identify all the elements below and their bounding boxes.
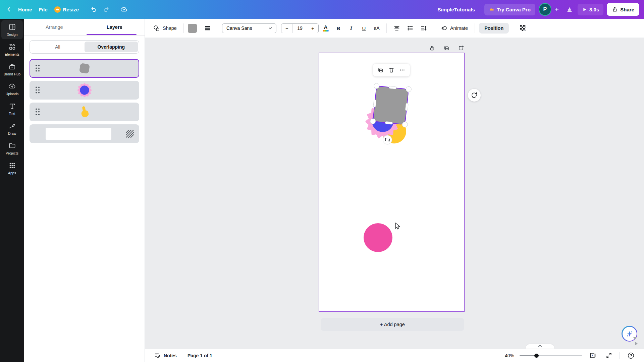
- drag-handle-icon[interactable]: [36, 65, 40, 72]
- text-case-button[interactable]: aA: [371, 23, 382, 33]
- try-canva-pro-button[interactable]: Try Canva Pro: [484, 4, 535, 15]
- font-size-decrease[interactable]: −: [281, 24, 292, 33]
- zoom-slider[interactable]: [520, 353, 582, 358]
- comment-plus-icon: [471, 92, 478, 99]
- add-page-icon: [458, 45, 464, 51]
- italic-button[interactable]: I: [345, 23, 357, 33]
- gray-square-shape: [373, 86, 409, 124]
- notes-icon: [154, 352, 161, 359]
- font-name: Canva Sans: [226, 25, 252, 31]
- filter-overlapping[interactable]: Overlapping: [85, 42, 138, 52]
- delete-element-button[interactable]: [387, 66, 396, 74]
- page-background-thumbnail: [46, 128, 111, 140]
- question-icon: [627, 352, 635, 359]
- layer-item-background[interactable]: [30, 124, 139, 143]
- avatar[interactable]: P: [539, 3, 551, 16]
- list-button[interactable]: [404, 23, 416, 34]
- tab-layers[interactable]: Layers: [85, 19, 145, 35]
- side-rail: Design Elements co. Brand Hub Uploads Te…: [0, 19, 24, 362]
- animate-button[interactable]: Animate: [438, 23, 471, 34]
- duplicate-element-button[interactable]: [376, 66, 385, 74]
- add-page-button[interactable]: + Add page: [321, 318, 464, 331]
- canvas-workspace[interactable]: + Add page: [145, 38, 644, 349]
- fullscreen-button[interactable]: [604, 351, 614, 360]
- share-label: Share: [620, 7, 634, 12]
- layer-item-gray-square[interactable]: [30, 59, 139, 78]
- rail-label: Design: [7, 33, 18, 37]
- share-button[interactable]: Share: [607, 3, 639, 16]
- file-menu-button[interactable]: File: [36, 4, 51, 15]
- rail-label: Elements: [5, 52, 19, 56]
- shape-button[interactable]: Shape: [150, 23, 179, 34]
- rail-item-text[interactable]: Text: [1, 99, 23, 118]
- transparency-button[interactable]: [517, 23, 529, 34]
- apps-icon: [8, 162, 16, 169]
- spacing-button[interactable]: [418, 23, 430, 34]
- border-style-button[interactable]: [202, 23, 214, 34]
- notes-label: Notes: [164, 353, 177, 358]
- projects-icon: [8, 142, 16, 149]
- save-status-button[interactable]: [118, 3, 130, 16]
- text-color-a: A: [324, 25, 328, 29]
- more-options-button[interactable]: [398, 66, 407, 74]
- pink-circle-shape[interactable]: [364, 223, 392, 252]
- drag-handle-icon[interactable]: [36, 109, 40, 116]
- scrollbar-down-arrow[interactable]: [633, 337, 637, 340]
- drag-handle-icon[interactable]: [36, 87, 40, 94]
- zoom-slider-thumb[interactable]: [534, 354, 539, 358]
- position-button[interactable]: Position: [479, 23, 509, 34]
- notes-button[interactable]: Notes: [152, 351, 179, 360]
- rail-item-brand-hub[interactable]: co. Brand Hub: [1, 60, 23, 79]
- rail-item-design[interactable]: Design: [1, 20, 23, 39]
- shape-label: Shape: [163, 25, 177, 31]
- uploads-icon: [8, 82, 16, 90]
- layers-panel: Arrange Layers All Overlapping: [24, 19, 145, 362]
- insights-button[interactable]: [564, 3, 576, 15]
- bold-button[interactable]: B: [333, 23, 344, 33]
- present-button[interactable]: 8.0s: [578, 4, 603, 15]
- underline-button[interactable]: U: [358, 23, 370, 33]
- back-button[interactable]: [3, 4, 15, 15]
- rail-label: Apps: [8, 171, 16, 175]
- divider: [115, 5, 115, 13]
- home-button[interactable]: Home: [15, 4, 36, 15]
- layer-item-flower[interactable]: [30, 81, 139, 100]
- lock-page-button[interactable]: [428, 44, 436, 52]
- avatar-initial: P: [543, 6, 547, 12]
- rail-item-projects[interactable]: Projects: [1, 139, 23, 158]
- canva-editor: Home File Resize SimpleTutorials: [0, 0, 644, 362]
- rail-item-draw[interactable]: Draw: [1, 119, 23, 138]
- rail-item-apps[interactable]: Apps: [1, 159, 23, 178]
- main-area: Shape Canva Sans − 19 + A: [145, 19, 644, 362]
- pages-view-button[interactable]: 1: [587, 351, 598, 360]
- tab-arrange[interactable]: Arrange: [24, 19, 85, 35]
- add-page-icon-button[interactable]: [457, 44, 465, 52]
- svg-text:co.: co.: [11, 66, 13, 68]
- add-member-button[interactable]: +: [552, 3, 561, 15]
- add-comment-button[interactable]: [468, 89, 481, 102]
- collapse-panel-tab[interactable]: [526, 344, 554, 349]
- scrollbar-right-arrow[interactable]: [635, 342, 638, 345]
- line-spacing-icon: [420, 25, 427, 32]
- resize-button[interactable]: Resize: [51, 4, 83, 15]
- font-size-increase[interactable]: +: [307, 24, 318, 33]
- font-size-value[interactable]: 19: [292, 24, 307, 33]
- rail-item-elements[interactable]: Elements: [1, 40, 23, 59]
- undo-button[interactable]: [88, 3, 100, 15]
- redo-button[interactable]: [100, 3, 112, 15]
- fill-color-swatch[interactable]: [188, 24, 197, 33]
- selected-shape-cluster[interactable]: [362, 80, 416, 151]
- text-color-button[interactable]: A: [320, 23, 331, 34]
- alignment-button[interactable]: [391, 23, 403, 34]
- filter-all[interactable]: All: [31, 42, 85, 52]
- font-family-select[interactable]: Canva Sans: [222, 23, 276, 33]
- rail-item-uploads[interactable]: Uploads: [1, 79, 23, 99]
- document-title[interactable]: SimpleTutorials: [438, 7, 475, 12]
- duplicate-page-button[interactable]: [443, 44, 450, 52]
- layer-item-hand[interactable]: [30, 103, 139, 121]
- help-button[interactable]: [625, 351, 637, 361]
- divider: [218, 23, 218, 33]
- divider: [513, 23, 513, 33]
- home-label: Home: [18, 7, 32, 12]
- chevron-down-icon: [268, 26, 273, 31]
